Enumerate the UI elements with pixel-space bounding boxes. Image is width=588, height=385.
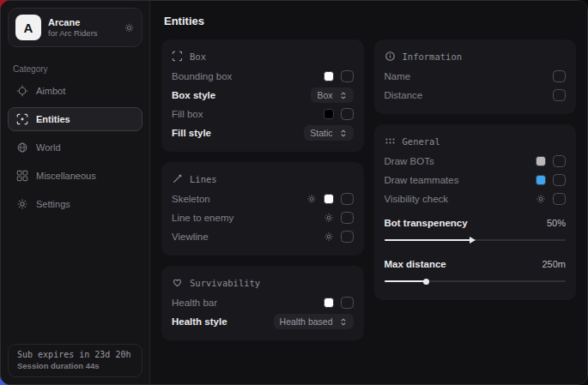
- grid-icon: [16, 170, 28, 182]
- checkbox[interactable]: [341, 231, 354, 243]
- setting-row-box-style: Box style Box: [172, 86, 354, 105]
- crosshair-icon: [16, 85, 28, 97]
- entities-scan-icon: [16, 113, 28, 125]
- bot-transparency-slider[interactable]: [385, 236, 567, 244]
- sidebar: A Arcane for Arc Riders Category: [1, 1, 150, 384]
- setting-label: Bounding box: [172, 71, 232, 81]
- dropdown-value: Health based: [280, 316, 333, 327]
- setting-row-fill-style: Fill style Static: [172, 123, 354, 142]
- checkbox[interactable]: [553, 70, 566, 82]
- chevrons-up-down-icon: [339, 129, 348, 138]
- sidebar-item-world[interactable]: World: [8, 135, 142, 159]
- info-icon: [385, 51, 396, 62]
- checkbox[interactable]: [553, 193, 566, 205]
- section-title: Lines: [190, 174, 217, 184]
- lines-card: Lines Skeleton: [161, 162, 364, 256]
- sidebar-nav: Aimbot Entities: [1, 79, 149, 216]
- sidebar-item-aimbot[interactable]: Aimbot: [8, 79, 142, 103]
- checkbox[interactable]: [341, 297, 354, 309]
- slider-thumb[interactable]: [423, 279, 429, 285]
- checkbox[interactable]: [553, 174, 566, 186]
- category-label: Category: [13, 64, 137, 74]
- sidebar-item-label: Miscellaneous: [36, 171, 96, 181]
- setting-row-bounding-box: Bounding box: [172, 67, 354, 86]
- setting-row-health-style: Health style Health based: [172, 312, 354, 331]
- page-title: Entities: [164, 15, 576, 27]
- app-subtitle: for Arc Riders: [48, 28, 98, 38]
- setting-row-health-bar: Health bar: [172, 293, 354, 312]
- section-title: Information: [403, 51, 463, 62]
- dropdown-value: Static: [310, 128, 332, 138]
- box-card: Box Bounding box Box style: [161, 39, 364, 152]
- row-settings-gear-icon[interactable]: [324, 232, 334, 242]
- setting-label: Skeleton: [172, 194, 210, 204]
- right-column: Information Name Distance: [374, 39, 577, 300]
- section-title: Box: [190, 51, 206, 62]
- sidebar-item-settings[interactable]: Settings: [8, 192, 142, 216]
- checkbox[interactable]: [341, 193, 354, 205]
- setting-label: Fill box: [172, 109, 203, 119]
- information-card: Information Name Distance: [374, 39, 577, 114]
- color-swatch[interactable]: [324, 71, 334, 81]
- checkbox[interactable]: [341, 212, 354, 224]
- setting-label: Line to enemy: [172, 213, 233, 223]
- dropdown-value: Box: [317, 90, 332, 100]
- sidebar-item-label: Settings: [36, 199, 70, 209]
- setting-label: Fill style: [172, 128, 211, 138]
- setting-row-fill-box: Fill box: [172, 105, 354, 123]
- color-swatch[interactable]: [536, 175, 546, 185]
- account-card[interactable]: A Arcane for Arc Riders: [8, 8, 142, 47]
- section-title: General: [403, 136, 440, 147]
- slider-value: 250m: [542, 259, 566, 269]
- color-swatch[interactable]: [324, 109, 334, 119]
- sidebar-item-entities[interactable]: Entities: [8, 107, 142, 131]
- slider-value: 50%: [547, 218, 566, 228]
- account-settings-icon[interactable]: [124, 22, 135, 33]
- gear-icon: [16, 198, 28, 210]
- sidebar-item-label: Aimbot: [36, 86, 65, 96]
- sidebar-item-label: World: [36, 142, 61, 153]
- app-title: Arcane: [48, 17, 98, 27]
- checkbox[interactable]: [553, 89, 566, 101]
- setting-row-line-to-enemy: Line to enemy: [172, 208, 354, 227]
- session-duration-text: Session duration 44s: [17, 361, 133, 370]
- setting-row-bot-transparency: Bot transpenency 50%: [385, 214, 567, 232]
- health-style-dropdown[interactable]: Health based: [274, 314, 354, 329]
- slider-thumb[interactable]: [470, 237, 476, 244]
- row-settings-gear-icon[interactable]: [306, 194, 317, 204]
- max-distance-slider[interactable]: [385, 277, 567, 285]
- row-settings-gear-icon[interactable]: [324, 213, 334, 223]
- main-panel: Entities Box: [150, 1, 587, 384]
- box-brackets-icon: [172, 51, 183, 62]
- sidebar-item-miscellaneous[interactable]: Miscellaneous: [8, 164, 142, 188]
- setting-row-visibility-check: Visibility check: [385, 189, 567, 208]
- setting-row-viewline: Viewline: [172, 227, 354, 246]
- setting-label: Distance: [385, 90, 423, 100]
- app-window: A Arcane for Arc Riders Category: [0, 0, 588, 385]
- box-style-dropdown[interactable]: Box: [311, 87, 353, 103]
- general-card: General Draw BOTs Draw teammates: [374, 124, 577, 300]
- globe-icon: [16, 141, 28, 153]
- setting-label: Bot transpenency: [385, 218, 468, 228]
- sub-expiry-text: Sub expires in 23d 20h: [17, 350, 133, 359]
- color-swatch[interactable]: [324, 298, 334, 308]
- setting-label: Draw teammates: [385, 175, 459, 185]
- setting-row-skeleton: Skeleton: [172, 189, 354, 208]
- setting-label: Draw BOTs: [385, 156, 434, 166]
- color-swatch[interactable]: [324, 194, 334, 204]
- setting-label: Box style: [172, 90, 215, 100]
- setting-row-name: Name: [385, 67, 567, 86]
- checkbox[interactable]: [341, 108, 354, 120]
- setting-row-draw-bots: Draw BOTs: [385, 152, 567, 171]
- fill-style-dropdown[interactable]: Static: [304, 125, 353, 141]
- section-title: Survivability: [190, 278, 260, 288]
- color-swatch[interactable]: [536, 156, 546, 166]
- setting-row-draw-teammates: Draw teammates: [385, 171, 567, 189]
- checkbox[interactable]: [341, 70, 354, 82]
- setting-label: Health style: [172, 316, 227, 327]
- row-settings-gear-icon[interactable]: [536, 194, 546, 204]
- line-icon: [172, 173, 183, 184]
- checkbox[interactable]: [553, 155, 566, 167]
- dots-grid-icon: [385, 135, 396, 147]
- survivability-card: Survivability Health bar Health style: [161, 266, 364, 340]
